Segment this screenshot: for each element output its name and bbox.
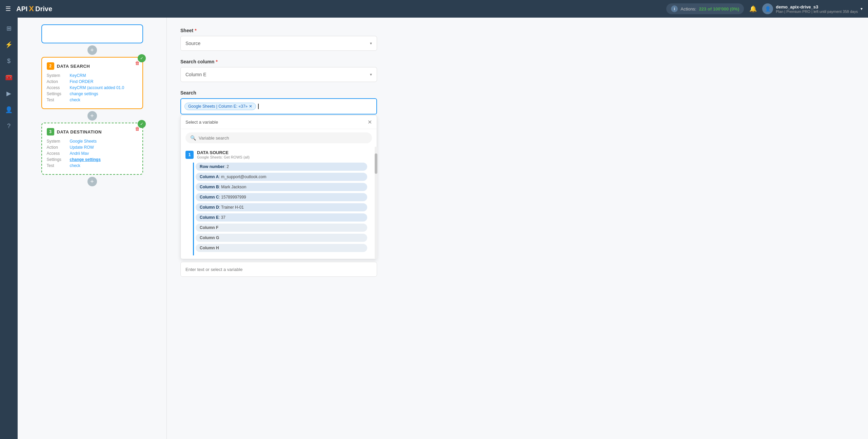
sheet-select[interactable]: Source ▾: [180, 36, 377, 51]
system-label-3: System: [47, 139, 67, 144]
datasource-subtitle: Google Sheets: Get ROWS (all): [197, 155, 250, 159]
actions-count: 223 of 100'000 (0%): [699, 6, 739, 12]
access-value-2[interactable]: KeyCRM (account added 01.0: [70, 85, 124, 90]
search-field-inner: Google Sheets | Column E: «37» ✕: [181, 99, 376, 114]
variable-item[interactable]: Column G: [196, 234, 367, 242]
sheet-label: Sheet *: [180, 28, 854, 33]
node-title-2: DATA SEARCH: [57, 64, 90, 69]
node-row-action-3: Action Update ROW: [47, 145, 138, 150]
user-info: demo_apix-drive_s3 Plan | Premium PRO | …: [776, 4, 858, 14]
variable-item[interactable]: Column C: 15789997999: [196, 193, 367, 201]
add-node-button-1[interactable]: +: [87, 45, 97, 55]
username: demo_apix-drive_s3: [776, 4, 858, 9]
text-cursor: [258, 104, 259, 109]
action-value-2[interactable]: Find ORDER: [70, 79, 94, 84]
action-label-3: Action: [47, 145, 67, 150]
node-row-system-3: System Google Sheets: [47, 139, 138, 144]
logo-x: X: [29, 4, 34, 13]
logo-text: API: [16, 5, 27, 13]
node-delete-icon-3[interactable]: 🗑: [135, 126, 140, 131]
node-row-access-3: Access Andrii Mav: [47, 151, 138, 156]
info-icon: i: [671, 5, 678, 12]
access-value-3[interactable]: Andrii Mav: [70, 151, 89, 156]
node-row-test-3: Test check: [47, 163, 138, 168]
datasource-section: 1 DATA SOURCE Google Sheets: Get ROWS (a…: [181, 147, 377, 259]
node-row-settings: Settings change settings: [47, 91, 138, 96]
hamburger-icon[interactable]: ☰: [5, 5, 11, 13]
sheet-section: Sheet * Source ▾: [180, 28, 854, 51]
chevron-down-icon: ▾: [861, 6, 863, 11]
search-tag-close[interactable]: ✕: [249, 104, 252, 109]
variable-item[interactable]: Column D: Trainer H-01: [196, 203, 367, 211]
chevron-down-icon: ▾: [370, 41, 372, 46]
required-indicator-2: *: [216, 59, 217, 64]
test-label-3: Test: [47, 163, 67, 168]
datasource-header: 1 DATA SOURCE Google Sheets: Get ROWS (a…: [185, 150, 372, 159]
search-tag-text: Google Sheets | Column E: «37»: [188, 104, 248, 109]
variable-list: Row number: 2Column A: m_support@outlook…: [185, 163, 372, 255]
system-value-3[interactable]: Google Sheets: [70, 139, 97, 144]
node-row-test: Test check: [47, 98, 138, 102]
sidebar-item-home[interactable]: ⊞: [2, 22, 16, 35]
node-card-datadest: ✓ 🗑 3 DATA DESTINATION System Google She…: [41, 123, 143, 175]
node-row-access: Access KeyCRM (account added 01.0: [47, 85, 138, 90]
node-row-action: Action Find ORDER: [47, 79, 138, 84]
system-value-2[interactable]: KeyCRM: [70, 73, 86, 78]
sidebar-item-profile[interactable]: 👤: [2, 103, 16, 117]
variable-item[interactable]: Column E: 37: [196, 213, 367, 222]
user-plan: Plan | Premium PRO | left until payment …: [776, 9, 858, 14]
dropdown-close-button[interactable]: ✕: [368, 119, 372, 125]
search-column-select[interactable]: Column E ▾: [180, 67, 377, 82]
settings-label-3: Settings: [47, 157, 67, 162]
node-header: 2 DATA SEARCH: [47, 62, 138, 70]
select-variable-label: Select a variable: [185, 120, 218, 125]
top-navigation: ☰ API X Drive i Actions: 223 of 100'000 …: [0, 0, 868, 18]
datasource-title: DATA SOURCE: [197, 150, 250, 155]
search-column-label: Search column *: [180, 59, 854, 64]
test-value-2[interactable]: check: [70, 98, 80, 102]
sidebar-item-flows[interactable]: ⚡: [2, 38, 16, 51]
sidebar-item-tools[interactable]: 🧰: [2, 70, 16, 84]
test-label-2: Test: [47, 98, 67, 102]
datasource-info: DATA SOURCE Google Sheets: Get ROWS (all…: [197, 150, 250, 159]
node-delete-icon[interactable]: 🗑: [135, 60, 140, 66]
search-tag[interactable]: Google Sheets | Column E: «37» ✕: [184, 103, 256, 110]
sidebar-item-run[interactable]: ▶: [2, 87, 16, 100]
enter-text-input[interactable]: [185, 267, 372, 272]
test-value-3[interactable]: check: [70, 163, 80, 168]
settings-value-2[interactable]: change settings: [70, 91, 98, 96]
variable-item[interactable]: Column H: [196, 244, 367, 252]
user-menu[interactable]: 👤 demo_apix-drive_s3 Plan | Premium PRO …: [762, 3, 863, 14]
dropdown-header: Select a variable ✕: [181, 116, 377, 129]
node-number-2: 2: [47, 62, 54, 70]
variable-item[interactable]: Column F: [196, 224, 367, 232]
add-node-button-3[interactable]: +: [87, 177, 97, 186]
variable-item[interactable]: Row number: 2: [196, 163, 367, 171]
sidebar-item-billing[interactable]: $: [2, 54, 16, 68]
scrollbar-thumb[interactable]: [375, 153, 377, 174]
bell-icon[interactable]: 🔔: [749, 5, 757, 13]
enter-text-field[interactable]: [180, 262, 377, 277]
settings-value-3[interactable]: change settings: [70, 157, 101, 162]
sheet-value: Source: [185, 41, 200, 46]
scrollbar-track[interactable]: [375, 147, 377, 259]
avatar: 👤: [762, 3, 773, 14]
sidebar-item-help[interactable]: ?: [2, 119, 16, 133]
node-card-datasearch: ✓ 🗑 2 DATA SEARCH System KeyCRM Action F…: [41, 57, 143, 109]
variable-search[interactable]: 🔍: [185, 132, 372, 143]
node-title-3: DATA DESTINATION: [57, 129, 102, 134]
logo-drive: Drive: [35, 5, 52, 13]
variable-item[interactable]: Column A: m_support@outlook.com: [196, 173, 367, 181]
system-label: System: [47, 73, 67, 78]
datasource-num: 1: [185, 151, 194, 159]
variable-search-input[interactable]: [199, 135, 367, 141]
node-row-settings-3: Settings change settings: [47, 157, 138, 162]
search-column-value: Column E: [185, 72, 206, 77]
search-field[interactable]: Google Sheets | Column E: «37» ✕: [180, 98, 377, 114]
sidebar: ⊞ ⚡ $ 🧰 ▶ 👤 ?: [0, 18, 18, 439]
access-label-3: Access: [47, 151, 67, 156]
variable-item[interactable]: Column B: Mark Jackson: [196, 183, 367, 191]
node-row-system: System KeyCRM: [47, 73, 138, 78]
add-node-button-2[interactable]: +: [87, 111, 97, 121]
action-value-3[interactable]: Update ROW: [70, 145, 94, 150]
